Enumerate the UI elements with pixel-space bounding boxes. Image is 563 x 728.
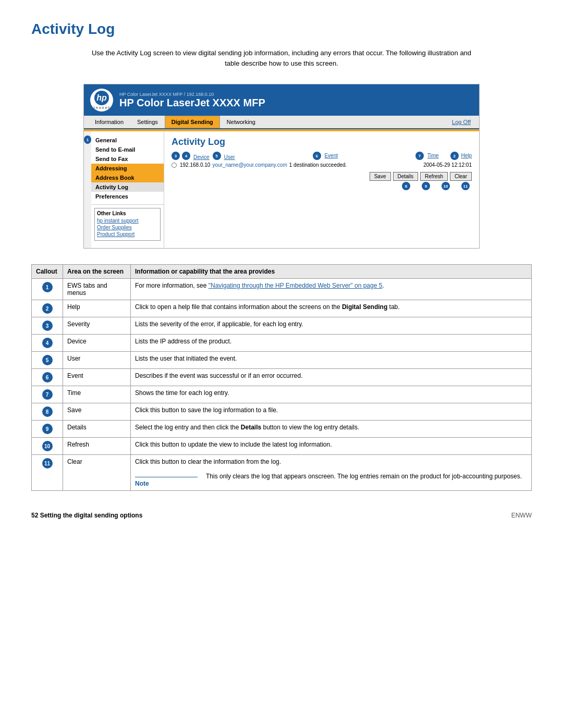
badge-10: 10 [442,182,450,190]
log-event: 1 destination succeeded. [289,162,421,168]
table-row: 2 Help Click to open a help file that co… [32,300,532,317]
footer-right: ENWW [511,512,532,519]
sidebar-general[interactable]: General [91,135,164,145]
log-ip: 192.168.0.10 [180,162,210,168]
area-event: Event [63,369,131,386]
note-label: Note [135,480,198,487]
badge-4: 4 [182,152,190,160]
callout-badge-5: 5 [42,355,53,365]
info-ews-tabs: For more information, see "Navigating th… [131,279,532,300]
details-button[interactable]: Details [393,172,419,181]
table-row: 9 Details Select the log entry and then … [32,421,532,438]
other-links-title: Other Links [97,211,158,216]
content-area: Activity Log 3 4 Device 5 User 6 Event 7 [164,131,479,248]
user-col-link[interactable]: User [224,154,235,160]
event-col-link[interactable]: Event [324,153,338,158]
log-column-headers: 3 4 Device 5 User 6 Event 7 Time [172,152,472,160]
badge-5: 5 [213,152,221,160]
area-device: Device [63,335,131,352]
device-col-link[interactable]: Device [193,154,210,160]
log-email: your_name@your.company.com [212,162,287,168]
info-severity: Lists the severity of the error, if appl… [131,317,532,335]
sidebar-activity-log[interactable]: Activity Log [91,182,164,192]
nav-tabs: Information Settings Digital Sending Net… [84,116,479,129]
badge-7: 7 [415,152,424,160]
link-hp-instant-support[interactable]: hp instant support [97,218,158,224]
area-clear: Clear [63,455,131,491]
info-refresh: Click this button to update the view to … [131,438,532,455]
badge-11: 11 [461,182,470,190]
badge-8: 8 [402,182,410,190]
reference-table: Callout Area on the screen Information o… [31,264,532,491]
tab-settings[interactable]: Settings [130,116,165,128]
intro-text: Use the Activity Log screen to view digi… [86,48,477,68]
info-device: Lists the IP address of the product. [131,335,532,352]
sidebar-send-email[interactable]: Send to E-mail [91,145,164,154]
callout-badge-7: 7 [42,389,53,400]
help-link[interactable]: Help [461,153,472,158]
info-details: Select the log entry and then click the … [131,421,532,438]
callout-1-area: 1 [84,131,91,248]
callout-badge-11: 11 [42,458,53,468]
callout-badge-9: 9 [42,424,53,434]
info-clear: Click this button to clear the informati… [131,455,532,491]
sidebar-send-fax[interactable]: Send to Fax [91,154,164,164]
other-links-box: Other Links hp instant support Order Sup… [94,208,161,241]
badge-6: 6 [313,152,321,160]
info-event: Describes if the event was successful or… [131,369,532,386]
content-title: Activity Log [172,137,472,147]
callout-badge-2: 2 [42,303,53,314]
callout-badge-3: 3 [42,320,53,331]
table-row: 4 Device Lists the IP address of the pro… [32,335,532,352]
callout-badge-4: 4 [42,338,53,348]
sidebar-address-book[interactable]: Address Book [91,173,164,182]
link-order-supplies[interactable]: Order Supplies [97,225,158,230]
save-button[interactable]: Save [370,172,391,181]
log-time: 2004-05-29 12:12:01 [423,162,472,168]
tab-information[interactable]: Information [88,116,130,128]
callout-1-badge: 1 [84,135,91,144]
sidebar: General Send to E-mail Send to Fax Addre… [91,131,164,248]
area-severity: Severity [63,317,131,335]
footer-left: 52 Setting the digital sending options [31,512,142,519]
area-refresh: Refresh [63,438,131,455]
area-details: Details [63,421,131,438]
tab-networking[interactable]: Networking [220,116,262,128]
table-row: 5 User Lists the user that initiated the… [32,352,532,369]
clear-button[interactable]: Clear [450,172,472,181]
tab-digital-sending[interactable]: Digital Sending [165,116,220,128]
info-user: Lists the user that initiated the event. [131,352,532,369]
buttons-row: Save Details Refresh Clear [172,172,472,181]
log-radio[interactable] [172,163,177,168]
table-row: 8 Save Click this button to save the log… [32,403,532,421]
area-user: User [63,352,131,369]
badge-3: 3 [172,152,180,160]
callout-badge-6: 6 [42,372,53,382]
info-time: Shows the time for each log entry. [131,386,532,403]
logout-link[interactable]: Log Off [448,116,475,128]
header-big-text: HP Color LaserJet XXXX MFP [119,97,265,109]
time-col-link[interactable]: Time [427,153,439,158]
area-ews-tabs: EWS tabs and menus [63,279,131,300]
info-help: Click to open a help file that contains … [131,300,532,317]
callout-badge-8: 8 [42,406,53,417]
hp-logo: hp i n v e n t [90,89,113,112]
callout-badge-10: 10 [42,441,53,451]
col-header-area: Area on the screen [63,265,131,279]
link-product-support[interactable]: Product Support [97,231,158,237]
table-row: 3 Severity Lists the severity of the err… [32,317,532,335]
sidebar-preferences[interactable]: Preferences [91,192,164,201]
table-row: 11 Clear Click this button to clear the … [32,455,532,491]
col-header-info: Information or capability that the area … [131,265,532,279]
button-badges: 8 9 10 11 [172,182,470,190]
refresh-button[interactable]: Refresh [420,172,448,181]
hp-header: hp i n v e n t HP Color LaserJet XXXX MF… [84,84,479,116]
badge-9: 9 [422,182,430,190]
page-title: Activity Log [31,21,532,38]
area-time: Time [63,386,131,403]
info-save: Click this button to save the log inform… [131,403,532,421]
badge-2: 2 [450,152,459,160]
sidebar-addressing[interactable]: Addressing [91,164,164,173]
table-row: 10 Refresh Click this button to update t… [32,438,532,455]
note-text: This only clears the log that appears on… [206,473,522,480]
